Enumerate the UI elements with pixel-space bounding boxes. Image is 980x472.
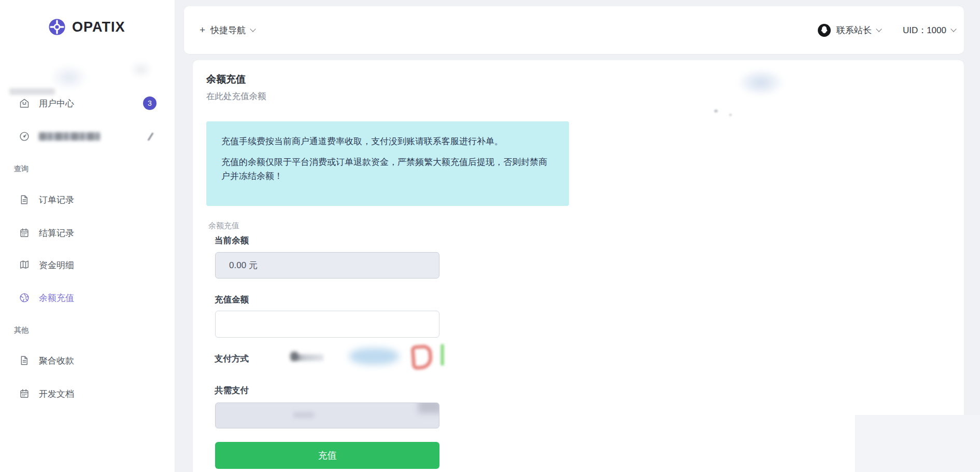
map-icon xyxy=(19,259,30,271)
sidebar-item-fund-details[interactable]: 资金明细 xyxy=(19,257,157,273)
censor-blob xyxy=(737,68,785,96)
sidebar-item-censored[interactable] xyxy=(19,129,157,144)
home-icon xyxy=(19,98,30,109)
page-subtitle: 在此处充值余额 xyxy=(206,91,266,102)
brand-name: OPATIX xyxy=(72,19,125,35)
payment-method-options-censored[interactable] xyxy=(291,343,452,375)
uid-menu[interactable]: UID：1000 xyxy=(903,24,956,36)
payment-method-label: 支付方式 xyxy=(215,353,249,365)
recharge-submit-button[interactable]: 充值 xyxy=(215,442,439,469)
file-icon xyxy=(19,355,30,366)
chevron-down-icon xyxy=(950,26,956,32)
quick-nav-button[interactable]: + 快捷导航 xyxy=(195,6,259,54)
censor-blob xyxy=(293,412,314,418)
shutter-icon xyxy=(19,292,30,303)
topbar-right: 联系站长 UID：1000 xyxy=(817,6,956,54)
notification-badge: 3 xyxy=(143,96,157,110)
recharge-amount-input[interactable] xyxy=(215,311,439,338)
payment-icon-censored xyxy=(410,344,433,370)
total-payable-label: 共需支付 xyxy=(215,385,249,396)
sidebar-item-label: 订单记录 xyxy=(39,194,74,206)
sidebar-section-other: 其他 xyxy=(14,326,29,335)
censor-blob xyxy=(9,88,55,95)
sidebar-item-user-center[interactable]: 用户中心 3 xyxy=(19,95,157,111)
sidebar-item-label: 聚合收款 xyxy=(39,355,74,367)
payment-icon-censored xyxy=(441,344,444,366)
notice-line-2: 充值的余额仅限于平台消费或订单退款资金，严禁频繁大额充值后提现，否则封禁商户并冻… xyxy=(221,155,554,183)
censor-blob xyxy=(729,114,732,116)
sidebar: OPATIX 用户中心 3 查询 xyxy=(0,0,175,472)
sidebar-item-settlement-records[interactable]: 结算记录 xyxy=(19,225,157,241)
sidebar-section-query: 查询 xyxy=(14,164,29,174)
current-balance-label: 当前余额 xyxy=(215,235,249,246)
payment-icon-censored xyxy=(349,348,399,365)
payment-icon-censored xyxy=(291,354,323,361)
recharge-button-label: 充值 xyxy=(318,449,337,462)
uid-label: UID：1000 xyxy=(903,24,946,36)
current-balance-field xyxy=(215,252,439,279)
sidebar-item-balance-recharge[interactable]: 余额充值 xyxy=(19,290,157,306)
plus-icon: + xyxy=(200,24,205,36)
censor-blob xyxy=(418,402,439,413)
file-icon xyxy=(19,194,30,205)
opatix-logo-icon xyxy=(48,18,66,36)
brand-logo[interactable]: OPATIX xyxy=(48,18,125,36)
calendar-icon xyxy=(19,227,30,239)
quick-nav-label: 快捷导航 xyxy=(210,24,246,36)
notice-box: 充值手续费按当前商户通道费率收取，支付没到账请联系客服进行补单。 充值的余额仅限… xyxy=(206,121,569,206)
censor-blob xyxy=(714,109,718,113)
censor-block xyxy=(855,415,980,472)
recharge-amount-label: 充值金额 xyxy=(215,294,249,306)
balance-recharge-card: 余额充值 在此处充值余额 充值手续费按当前商户通道费率收取，支付没到账请联系客服… xyxy=(193,60,964,472)
notice-line-1: 充值手续费按当前商户通道费率收取，支付没到账请联系客服进行补单。 xyxy=(221,134,554,148)
topbar: + 快捷导航 联系站长 UID：1000 xyxy=(184,6,964,54)
contact-admin-menu[interactable]: 联系站长 xyxy=(817,23,881,37)
censor-blob xyxy=(130,61,152,78)
total-payable-field xyxy=(215,402,439,428)
gauge-icon xyxy=(19,131,30,142)
sidebar-item-label: 开发文档 xyxy=(39,388,74,400)
chevron-down-icon xyxy=(250,26,255,32)
contact-admin-label: 联系站长 xyxy=(836,24,872,36)
form-legend: 余额充值 xyxy=(208,221,239,231)
sidebar-item-order-records[interactable]: 订单记录 xyxy=(19,192,157,207)
sidebar-item-dev-docs[interactable]: 开发文档 xyxy=(19,386,157,401)
censored-mark xyxy=(148,132,154,141)
chevron-down-icon xyxy=(876,26,882,32)
censored-label xyxy=(39,132,100,141)
censor-blob xyxy=(50,64,88,90)
page-title: 余额充值 xyxy=(206,73,246,86)
qq-icon xyxy=(817,23,831,37)
sidebar-item-label: 资金明细 xyxy=(39,259,74,271)
page: OPATIX 用户中心 3 查询 xyxy=(0,0,980,472)
sidebar-item-label: 余额充值 xyxy=(39,292,74,304)
sidebar-item-label: 结算记录 xyxy=(39,227,74,239)
sidebar-item-aggregate-collection[interactable]: 聚合收款 xyxy=(19,353,157,368)
sidebar-item-label: 用户中心 xyxy=(39,98,74,109)
calendar-icon xyxy=(19,388,30,399)
